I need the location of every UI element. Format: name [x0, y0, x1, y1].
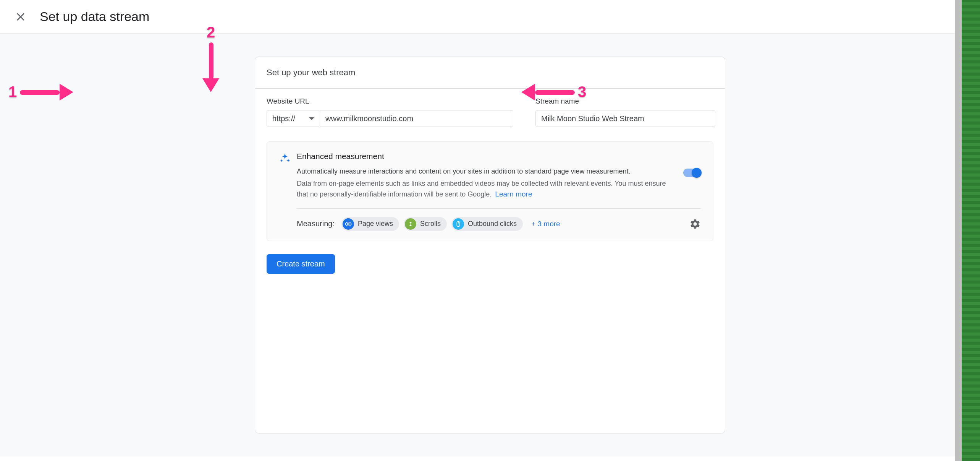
enhanced-description: Data from on-page elements such as links…: [297, 180, 666, 198]
content-area: Set up your web stream Website URL https…: [0, 34, 980, 456]
window-edge-shadow: [955, 0, 962, 461]
website-url-input[interactable]: [320, 110, 513, 127]
website-url-group: Website URL https://: [267, 97, 513, 127]
learn-more-link[interactable]: Learn more: [495, 190, 532, 198]
measuring-row: Measuring: Page views: [279, 217, 701, 231]
pill-outbound-clicks: Outbound clicks: [451, 217, 523, 231]
form-row: Website URL https:// Stream name: [255, 89, 725, 127]
eye-icon: [343, 218, 354, 230]
enhanced-measurement-panel: Enhanced measurement Automatically measu…: [267, 141, 713, 241]
website-url-label: Website URL: [267, 97, 513, 106]
more-measurements-link[interactable]: + 3 more: [531, 220, 560, 228]
measuring-label: Measuring:: [297, 219, 335, 228]
stream-name-label: Stream name: [535, 97, 715, 106]
enhanced-title: Enhanced measurement: [297, 152, 670, 161]
toggle-knob: [692, 168, 702, 178]
enhanced-subtitle-bold: Automatically measure interactions and c…: [297, 166, 670, 176]
protocol-dropdown[interactable]: https://: [267, 110, 320, 127]
mouse-icon: [453, 218, 464, 230]
card-title: Set up your web stream: [255, 57, 725, 89]
pill-label: Scrolls: [420, 220, 441, 228]
pill-scrolls: Scrolls: [404, 217, 447, 231]
window-edge-pattern: [962, 0, 980, 461]
svg-point-3: [410, 223, 411, 224]
scroll-icon: [405, 218, 416, 230]
enhanced-toggle[interactable]: [683, 169, 701, 177]
dialog-header: Set up data stream: [0, 0, 980, 34]
pill-page-views: Page views: [341, 217, 399, 231]
page-title: Set up data stream: [40, 9, 149, 24]
pill-label: Outbound clicks: [468, 220, 517, 228]
sparkle-icon: [279, 152, 297, 200]
close-icon[interactable]: [15, 11, 26, 22]
stream-name-input[interactable]: [535, 110, 715, 127]
chevron-down-icon: [309, 117, 314, 120]
protocol-value: https://: [272, 114, 295, 123]
setup-card: Set up your web stream Website URL https…: [255, 57, 725, 433]
divider: [297, 208, 701, 209]
svg-point-2: [348, 223, 349, 225]
create-stream-button[interactable]: Create stream: [267, 254, 335, 274]
pill-label: Page views: [358, 220, 393, 228]
gear-icon[interactable]: [689, 218, 701, 230]
stream-name-group: Stream name: [535, 97, 715, 127]
enhanced-subtitle-text: Data from on-page elements such as links…: [297, 179, 670, 200]
url-input-container: https://: [267, 110, 513, 127]
